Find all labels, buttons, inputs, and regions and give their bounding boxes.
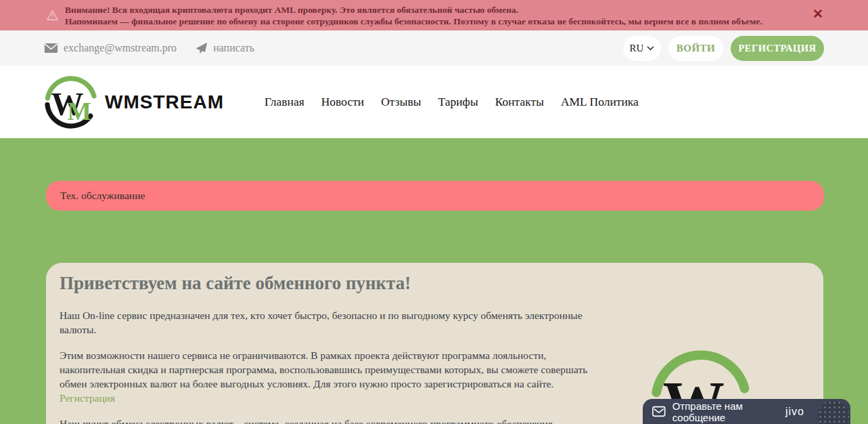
aml-alert-banner: Внимание! Вся входящая криптовалюта прох… [0, 0, 868, 30]
site-logo[interactable]: W M WMSTREAM [44, 75, 224, 129]
system-paragraph: Наш пункт обмена электронных валют – сис… [60, 417, 597, 424]
features-paragraph: Этим возможности нашего сервиса не огран… [60, 348, 597, 405]
language-value: RU [630, 43, 644, 54]
registration-link[interactable]: Регистрация [60, 392, 115, 404]
alert-line-1: Внимание! Вся входящая криптовалюта прох… [65, 4, 762, 16]
nav-item-aml-policy[interactable]: AML Политика [561, 95, 639, 109]
site-header: W M WMSTREAM Главная Новости Отзывы Тари… [0, 66, 868, 138]
maintenance-text: Тех. обслуживание [60, 190, 145, 202]
page-background: Тех. обслуживание Приветствуем на сайте … [0, 138, 868, 424]
alert-line-2: Напоминаем — финальное решение по обмену… [65, 16, 762, 27]
login-button[interactable]: ВОЙТИ [668, 36, 723, 61]
features-text: Этим возможности нашего сервиса не огран… [60, 349, 587, 389]
envelope-icon [44, 43, 58, 54]
write-message-link[interactable]: написать [195, 42, 254, 55]
close-icon[interactable]: ✕ [813, 5, 823, 21]
chat-envelope-icon [652, 406, 666, 417]
register-button[interactable]: РЕГИСТРАЦИЯ [731, 36, 824, 61]
nav-item-contacts[interactable]: Контакты [495, 95, 544, 109]
svg-text:M: M [67, 97, 91, 125]
jivo-logo: jivo [785, 406, 804, 418]
write-text: написать [213, 42, 254, 54]
brand-name: WMSTREAM [105, 91, 224, 113]
email-link[interactable]: exchange@wmstream.pro [44, 42, 177, 54]
chevron-down-icon [647, 45, 654, 51]
email-text: exchange@wmstream.pro [64, 42, 177, 54]
topbar-actions: RU ВОЙТИ РЕГИСТРАЦИЯ [623, 36, 824, 61]
chat-widget-message: Отправьте нам сообщение [672, 400, 785, 423]
paper-plane-icon [195, 42, 208, 55]
language-selector[interactable]: RU [623, 36, 661, 61]
chat-widget-dots-decoration [818, 400, 849, 424]
maintenance-banner: Тех. обслуживание [46, 181, 824, 211]
intro-paragraph: Наш On-line сервис предназначен для тех,… [60, 308, 597, 337]
nav-item-reviews[interactable]: Отзывы [381, 95, 421, 109]
wm-logo-icon: W M [44, 75, 98, 129]
alert-text: Внимание! Вся входящая криптовалюта прох… [65, 4, 762, 27]
warning-triangle-icon [46, 9, 59, 22]
chat-widget[interactable]: Отправьте нам сообщение jivo [643, 399, 850, 424]
utility-topbar: exchange@wmstream.pro написать RU ВОЙТИ … [0, 30, 868, 66]
page-title: Приветствуем на сайте обменного пункта! [60, 273, 810, 294]
nav-item-home[interactable]: Главная [265, 95, 304, 109]
nav-item-news[interactable]: Новости [321, 95, 365, 109]
main-nav: Главная Новости Отзывы Тарифы Контакты A… [265, 95, 639, 109]
nav-item-tariffs[interactable]: Тарифы [438, 95, 478, 109]
